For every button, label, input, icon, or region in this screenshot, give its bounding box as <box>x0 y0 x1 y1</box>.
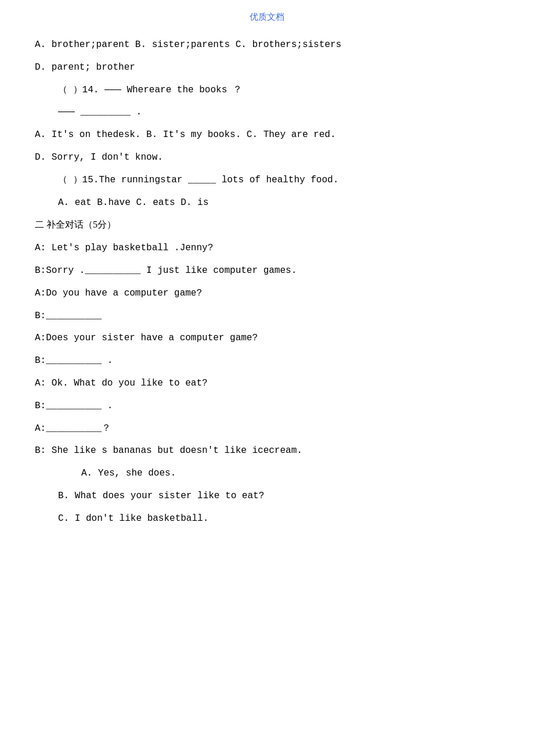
choice-A: A. Yes, she does. <box>35 465 499 482</box>
dialog-a2: A:Do you have a computer game? <box>35 285 499 302</box>
content-area: A. brother;parent B. sister;parents C. b… <box>35 37 499 527</box>
dialog-b1: B:Sorry .__________ I just like computer… <box>35 262 499 279</box>
section-2-header: 二 补全对话（5分） <box>35 217 499 234</box>
dialog-b3: B:__________ . <box>35 352 499 369</box>
dialog-b5: B: She like s bananas but doesn't like i… <box>35 442 499 459</box>
dialog-a1: A: Let's play basketball .Jenny? <box>35 240 499 257</box>
page-header: 优质文档 <box>35 12 499 23</box>
dialog-a4: A: Ok. What do you like to eat? <box>35 375 499 392</box>
dialog-a5: A:__________？ <box>35 420 499 437</box>
choice-C: C. I don't like basketball. <box>35 510 499 527</box>
dialog-b4: B:__________ . <box>35 398 499 415</box>
answer-line-1: A. brother;parent B. sister;parents C. b… <box>35 37 499 53</box>
choice-B: B. What does your sister like to eat? <box>35 488 499 505</box>
question-14: （ ）14. ——— Whereare the books ？ <box>35 82 499 99</box>
question-15: （ ）15.The runningstar _____ lots of heal… <box>35 172 499 189</box>
answer-line-2: D. parent; brother <box>35 59 499 76</box>
answer-14-D: D. Sorry, I don't know. <box>35 149 499 166</box>
answer-15-options: A. eat B.have C. eats D. is <box>35 195 499 211</box>
dialog-a3: A:Does your sister have a computer game? <box>35 330 499 347</box>
header-title: 优质文档 <box>250 12 284 21</box>
question-14-answer: ——— _________ . <box>35 104 499 121</box>
dialog-b2: B:__________ <box>35 308 499 325</box>
answer-14-A: A. It's on thedesk. B. It's my books. C.… <box>35 127 499 143</box>
